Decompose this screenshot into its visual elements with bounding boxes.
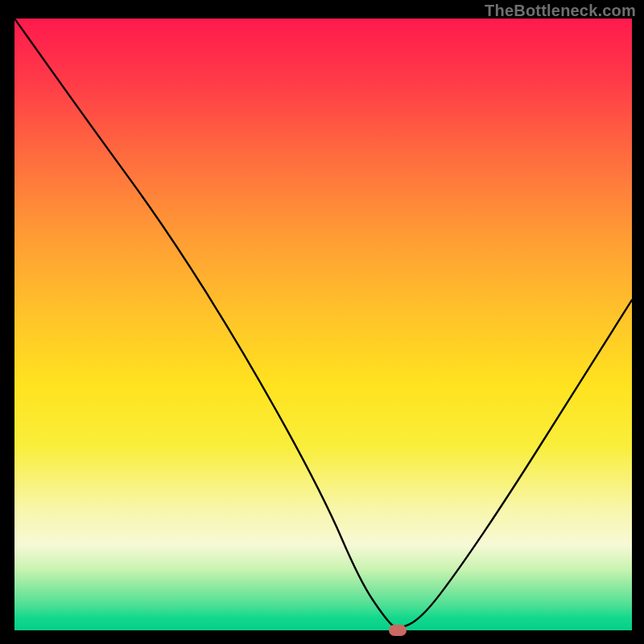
attribution-text: TheBottleneck.com <box>485 2 636 20</box>
optimal-point-marker <box>389 625 407 636</box>
chart-plot-area <box>14 19 632 630</box>
chart-frame: TheBottleneck.com <box>0 0 644 644</box>
bottleneck-curve <box>14 19 632 630</box>
